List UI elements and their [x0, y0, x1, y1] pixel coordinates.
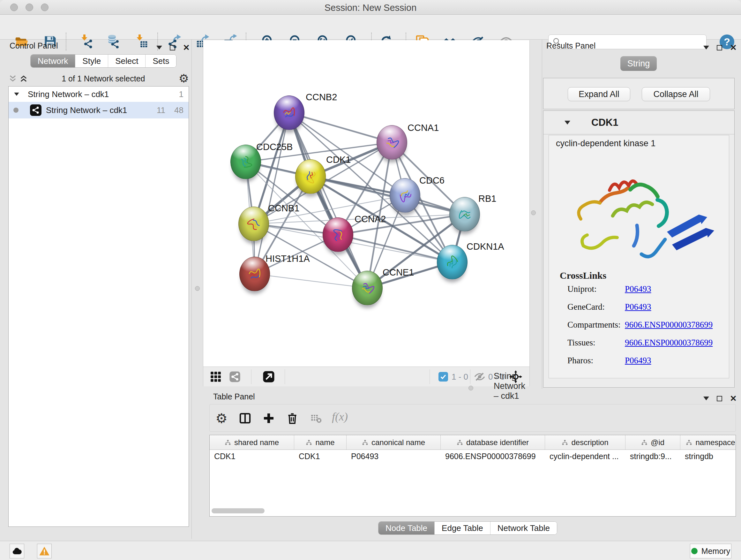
- tab-node-table[interactable]: Node Table: [379, 522, 434, 535]
- column-header-canonical-name[interactable]: canonical name: [347, 435, 441, 449]
- table-cell[interactable]: stringdb:9...: [625, 450, 680, 463]
- close-panel-icon[interactable]: ✕: [730, 394, 737, 402]
- expand-all-networks-icon[interactable]: [19, 74, 28, 83]
- node-label-HIST1H1A: HIST1H1A: [266, 253, 310, 264]
- collection-expand-icon[interactable]: [14, 92, 19, 96]
- float-panel-icon[interactable]: [703, 46, 709, 50]
- vertical-splitter-handle[interactable]: [195, 286, 200, 291]
- delete-column-icon[interactable]: [284, 410, 300, 426]
- close-panel-icon[interactable]: ✕: [730, 44, 737, 52]
- protein-thumbnail: [455, 205, 475, 224]
- protein-thumbnail: [246, 265, 265, 284]
- node-CDK1[interactable]: [295, 159, 326, 194]
- table-cell[interactable]: 9606.ENSP00000378699: [441, 450, 545, 463]
- column-header-shared-name[interactable]: shared name: [210, 435, 294, 449]
- network-node-count: 11: [157, 105, 165, 115]
- delete-table-icon[interactable]: [308, 410, 324, 426]
- birdseye-view-icon[interactable]: [509, 370, 522, 383]
- add-column-icon[interactable]: [261, 410, 277, 426]
- network-options-gear-icon[interactable]: ⚙: [179, 73, 189, 84]
- table-horizontal-scrollbar[interactable]: [212, 508, 265, 513]
- import-table-file-icon[interactable]: [134, 34, 149, 49]
- table-cell[interactable]: CDK1: [210, 450, 294, 463]
- close-panel-icon[interactable]: ✕: [183, 44, 190, 52]
- crosslink-link[interactable]: P06493: [625, 356, 651, 366]
- node-RB1[interactable]: [449, 197, 480, 232]
- node-CCNA2[interactable]: [323, 217, 353, 252]
- toolbar-separator: [285, 369, 285, 384]
- node-CCNE1[interactable]: [352, 271, 383, 305]
- crosslink-link[interactable]: P06493: [625, 284, 651, 294]
- crosslink-link[interactable]: 9606.ENSP00000378699: [625, 338, 713, 348]
- results-tab-string[interactable]: String: [620, 56, 657, 71]
- column-header--id[interactable]: @id: [625, 435, 680, 449]
- edge-CCNE1-HIST1H1A[interactable]: [255, 274, 367, 288]
- gene-collapse-icon[interactable]: [564, 121, 570, 125]
- cloud-status-button[interactable]: [10, 544, 24, 558]
- network-row-selected[interactable]: String Network – cdk1 11 48: [9, 102, 189, 118]
- tab-style[interactable]: Style: [75, 55, 108, 67]
- node-CDKN1A[interactable]: [437, 245, 468, 279]
- gene-section-header[interactable]: CDK1: [543, 111, 734, 134]
- crosslink-link[interactable]: P06493: [625, 302, 651, 312]
- results-actions-box: Expand All Collapse All: [543, 78, 735, 109]
- tab-network[interactable]: Network: [30, 55, 75, 67]
- tab-network-table[interactable]: Network Table: [490, 522, 557, 535]
- selected-checkbox-icon[interactable]: [439, 372, 448, 381]
- hidden-eye-icon[interactable]: [473, 370, 486, 383]
- maximize-panel-icon[interactable]: [170, 45, 175, 51]
- title-bar: Session: New Session: [0, 0, 741, 15]
- maximize-panel-icon[interactable]: [717, 45, 722, 51]
- expand-all-button[interactable]: Expand All: [568, 87, 630, 101]
- column-header-namespace[interactable]: namespace: [680, 435, 736, 449]
- import-network-file-icon[interactable]: [79, 34, 94, 49]
- float-panel-icon[interactable]: [156, 46, 162, 50]
- table-cell[interactable]: cyclin-dependent ...: [545, 450, 625, 463]
- memory-button[interactable]: Memory: [690, 544, 731, 558]
- maximize-panel-icon[interactable]: [717, 396, 722, 401]
- node-CCNB1[interactable]: [239, 206, 269, 241]
- open-in-window-icon[interactable]: [262, 370, 275, 383]
- tab-sets[interactable]: Sets: [145, 55, 176, 67]
- table-settings-gear-icon[interactable]: ⚙: [213, 410, 229, 426]
- control-panel-tabs: Network Style Select Sets: [30, 54, 177, 68]
- tab-edge-table[interactable]: Edge Table: [434, 522, 490, 535]
- table-cell[interactable]: CDK1: [294, 450, 347, 463]
- column-header-description[interactable]: description: [545, 435, 625, 449]
- table-cell[interactable]: stringdb: [680, 450, 736, 463]
- toolbar-separator: [429, 369, 430, 384]
- horizontal-splitter-handle[interactable]: [468, 386, 473, 390]
- vertical-splitter-handle[interactable]: [531, 210, 536, 215]
- string-network-icon: [30, 105, 42, 116]
- collapse-all-networks-icon[interactable]: [8, 74, 17, 83]
- crosslink-row: GeneCard: P06493: [567, 302, 724, 312]
- node-label-CCNE1: CCNE1: [383, 267, 414, 278]
- column-label: shared name: [234, 438, 279, 447]
- float-panel-icon[interactable]: [703, 396, 709, 400]
- crosslink-link[interactable]: 9606.ENSP00000378699: [625, 320, 713, 330]
- network-collection-row[interactable]: String Network – cdk1 1: [9, 86, 189, 102]
- grid-view-icon[interactable]: [209, 370, 222, 383]
- column-header-database-identifier[interactable]: database identifier: [441, 435, 545, 449]
- table-cell[interactable]: P06493: [347, 450, 441, 463]
- network-canvas[interactable]: CCNB2 CCNA1 CDC25B CDK1 CDC6 RB1: [203, 40, 530, 367]
- function-builder-icon[interactable]: f(x): [332, 410, 348, 423]
- collapse-all-button[interactable]: Collapse All: [642, 87, 710, 101]
- tab-select[interactable]: Select: [108, 55, 145, 67]
- node-CDC6[interactable]: [390, 178, 420, 212]
- edge-CCNB2-HIST1H1A[interactable]: [255, 113, 289, 274]
- show-columns-icon[interactable]: [237, 410, 253, 426]
- node-CCNB2[interactable]: [274, 96, 305, 130]
- gene-symbol: CDK1: [591, 117, 618, 128]
- network-selected-status: 1 of 1 Network selected: [28, 74, 179, 83]
- node-label-CDKN1A: CDKN1A: [467, 241, 504, 252]
- table-row[interactable]: CDK1CDK1P064939606.ENSP00000378699cyclin…: [210, 450, 736, 463]
- import-network-database-icon[interactable]: [105, 34, 121, 49]
- protein-thumbnail: [237, 152, 256, 172]
- warnings-button[interactable]: [37, 544, 52, 558]
- network-share-icon[interactable]: [228, 370, 242, 383]
- table-panel-title: Table Panel: [213, 392, 255, 401]
- node-label-CCNB2: CCNB2: [306, 92, 337, 103]
- node-CCNA1[interactable]: [377, 125, 407, 160]
- column-header-name[interactable]: name: [294, 435, 347, 449]
